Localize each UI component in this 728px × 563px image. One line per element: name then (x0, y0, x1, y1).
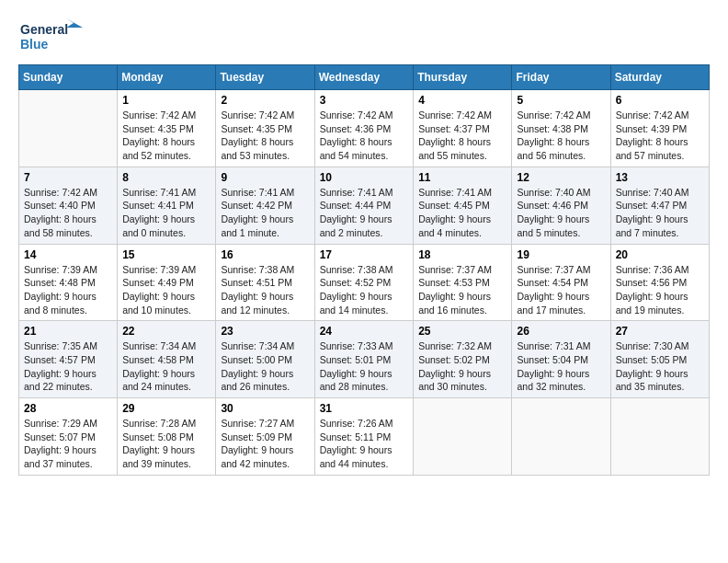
calendar-cell: 3Sunrise: 7:42 AMSunset: 4:36 PMDaylight… (314, 90, 414, 167)
day-info: Sunrise: 7:37 AMSunset: 4:54 PMDaylight:… (517, 263, 605, 317)
day-number: 25 (418, 325, 506, 338)
weekday-header-monday: Monday (118, 65, 216, 90)
calendar-cell: 19Sunrise: 7:37 AMSunset: 4:54 PMDayligh… (512, 244, 610, 321)
day-info: Sunrise: 7:40 AMSunset: 4:47 PMDaylight:… (616, 186, 704, 240)
calendar-cell: 14Sunrise: 7:39 AMSunset: 4:48 PMDayligh… (19, 244, 118, 321)
day-info: Sunrise: 7:34 AMSunset: 5:00 PMDaylight:… (221, 339, 309, 394)
calendar-cell: 25Sunrise: 7:32 AMSunset: 5:02 PMDayligh… (414, 321, 512, 398)
weekday-header-sunday: Sunday (19, 65, 118, 90)
calendar-cell: 13Sunrise: 7:40 AMSunset: 4:47 PMDayligh… (610, 167, 709, 244)
day-info: Sunrise: 7:42 AMSunset: 4:37 PMDaylight:… (418, 109, 506, 163)
calendar-cell: 30Sunrise: 7:27 AMSunset: 5:09 PMDayligh… (216, 398, 314, 476)
day-number: 17 (320, 248, 409, 261)
day-info: Sunrise: 7:38 AMSunset: 4:52 PMDaylight:… (320, 263, 409, 317)
calendar-cell: 31Sunrise: 7:26 AMSunset: 5:11 PMDayligh… (314, 398, 414, 476)
weekday-header-row: SundayMondayTuesdayWednesdayThursdayFrid… (19, 65, 710, 90)
calendar-cell: 15Sunrise: 7:39 AMSunset: 4:49 PMDayligh… (118, 244, 216, 321)
calendar-cell: 10Sunrise: 7:41 AMSunset: 4:44 PMDayligh… (314, 167, 414, 244)
day-info: Sunrise: 7:42 AMSunset: 4:36 PMDaylight:… (320, 109, 409, 163)
day-info: Sunrise: 7:39 AMSunset: 4:48 PMDaylight:… (24, 263, 112, 317)
day-info: Sunrise: 7:42 AMSunset: 4:40 PMDaylight:… (24, 186, 112, 240)
calendar-cell: 20Sunrise: 7:36 AMSunset: 4:56 PMDayligh… (610, 244, 709, 321)
weekday-header-thursday: Thursday (414, 65, 512, 90)
calendar-cell: 16Sunrise: 7:38 AMSunset: 4:51 PMDayligh… (216, 244, 314, 321)
calendar-week-row: 28Sunrise: 7:29 AMSunset: 5:07 PMDayligh… (19, 398, 710, 476)
day-number: 5 (517, 94, 605, 107)
day-info: Sunrise: 7:39 AMSunset: 4:49 PMDaylight:… (122, 263, 210, 317)
day-number: 18 (418, 248, 506, 261)
day-info: Sunrise: 7:36 AMSunset: 4:56 PMDaylight:… (616, 263, 704, 317)
day-number: 27 (616, 325, 704, 338)
calendar-cell: 18Sunrise: 7:37 AMSunset: 4:53 PMDayligh… (414, 244, 512, 321)
calendar-cell: 27Sunrise: 7:30 AMSunset: 5:05 PMDayligh… (610, 321, 709, 398)
day-number: 8 (122, 171, 210, 184)
day-info: Sunrise: 7:41 AMSunset: 4:41 PMDaylight:… (122, 186, 210, 240)
day-number: 15 (122, 248, 210, 261)
day-number: 7 (24, 171, 112, 184)
day-number: 31 (320, 402, 409, 415)
weekday-header-friday: Friday (512, 65, 610, 90)
calendar-cell: 17Sunrise: 7:38 AMSunset: 4:52 PMDayligh… (314, 244, 414, 321)
calendar-cell: 22Sunrise: 7:34 AMSunset: 4:58 PMDayligh… (118, 321, 216, 398)
day-number: 2 (221, 94, 309, 107)
calendar-week-row: 7Sunrise: 7:42 AMSunset: 4:40 PMDaylight… (19, 167, 710, 244)
day-number: 26 (517, 325, 605, 338)
calendar-cell: 5Sunrise: 7:42 AMSunset: 4:38 PMDaylight… (512, 90, 610, 167)
day-number: 12 (517, 171, 605, 184)
day-number: 21 (24, 325, 112, 338)
day-number: 10 (320, 171, 409, 184)
calendar-cell: 11Sunrise: 7:41 AMSunset: 4:45 PMDayligh… (414, 167, 512, 244)
calendar-cell: 2Sunrise: 7:42 AMSunset: 4:35 PMDaylight… (216, 90, 314, 167)
svg-marker-2 (66, 18, 83, 28)
day-info: Sunrise: 7:31 AMSunset: 5:04 PMDaylight:… (517, 339, 605, 394)
day-number: 3 (320, 94, 409, 107)
calendar-cell (19, 90, 118, 167)
calendar-cell: 4Sunrise: 7:42 AMSunset: 4:37 PMDaylight… (414, 90, 512, 167)
day-info: Sunrise: 7:30 AMSunset: 5:05 PMDaylight:… (616, 339, 704, 394)
calendar-table: SundayMondayTuesdayWednesdayThursdayFrid… (18, 64, 710, 476)
calendar-cell (512, 398, 610, 476)
day-number: 6 (616, 94, 704, 107)
svg-text:Blue: Blue (20, 37, 49, 52)
day-number: 24 (320, 325, 409, 338)
day-info: Sunrise: 7:42 AMSunset: 4:39 PMDaylight:… (616, 109, 704, 163)
day-info: Sunrise: 7:42 AMSunset: 4:35 PMDaylight:… (221, 109, 309, 163)
calendar-cell: 12Sunrise: 7:40 AMSunset: 4:46 PMDayligh… (512, 167, 610, 244)
day-info: Sunrise: 7:32 AMSunset: 5:02 PMDaylight:… (418, 339, 506, 394)
day-info: Sunrise: 7:37 AMSunset: 4:53 PMDaylight:… (418, 263, 506, 317)
calendar-cell: 28Sunrise: 7:29 AMSunset: 5:07 PMDayligh… (19, 398, 118, 476)
day-info: Sunrise: 7:42 AMSunset: 4:35 PMDaylight:… (122, 109, 210, 163)
calendar-cell: 29Sunrise: 7:28 AMSunset: 5:08 PMDayligh… (118, 398, 216, 476)
calendar-cell: 7Sunrise: 7:42 AMSunset: 4:40 PMDaylight… (19, 167, 118, 244)
day-info: Sunrise: 7:40 AMSunset: 4:46 PMDaylight:… (517, 186, 605, 240)
calendar-cell: 24Sunrise: 7:33 AMSunset: 5:01 PMDayligh… (314, 321, 414, 398)
calendar-cell: 26Sunrise: 7:31 AMSunset: 5:04 PMDayligh… (512, 321, 610, 398)
calendar-cell: 23Sunrise: 7:34 AMSunset: 5:00 PMDayligh… (216, 321, 314, 398)
weekday-header-tuesday: Tuesday (216, 65, 314, 90)
calendar-cell: 21Sunrise: 7:35 AMSunset: 4:57 PMDayligh… (19, 321, 118, 398)
day-number: 11 (418, 171, 506, 184)
day-info: Sunrise: 7:42 AMSunset: 4:38 PMDaylight:… (517, 109, 605, 163)
day-info: Sunrise: 7:41 AMSunset: 4:44 PMDaylight:… (320, 186, 409, 240)
day-number: 14 (24, 248, 112, 261)
day-info: Sunrise: 7:41 AMSunset: 4:45 PMDaylight:… (418, 186, 506, 240)
day-info: Sunrise: 7:38 AMSunset: 4:51 PMDaylight:… (221, 263, 309, 317)
logo: GeneralBlue (18, 18, 83, 55)
logo-svg: GeneralBlue (18, 18, 83, 55)
calendar-cell: 9Sunrise: 7:41 AMSunset: 4:42 PMDaylight… (216, 167, 314, 244)
svg-text:General: General (20, 22, 68, 37)
day-info: Sunrise: 7:28 AMSunset: 5:08 PMDaylight:… (122, 417, 210, 471)
calendar-week-row: 1Sunrise: 7:42 AMSunset: 4:35 PMDaylight… (19, 90, 710, 167)
day-number: 22 (122, 325, 210, 338)
calendar-cell (414, 398, 512, 476)
calendar-cell (610, 398, 709, 476)
calendar-cell: 8Sunrise: 7:41 AMSunset: 4:41 PMDaylight… (118, 167, 216, 244)
weekday-header-saturday: Saturday (610, 65, 709, 90)
day-info: Sunrise: 7:26 AMSunset: 5:11 PMDaylight:… (320, 417, 409, 471)
day-number: 4 (418, 94, 506, 107)
day-number: 23 (221, 325, 309, 338)
day-number: 9 (221, 171, 309, 184)
day-number: 19 (517, 248, 605, 261)
calendar-cell: 1Sunrise: 7:42 AMSunset: 4:35 PMDaylight… (118, 90, 216, 167)
day-number: 28 (24, 402, 112, 415)
